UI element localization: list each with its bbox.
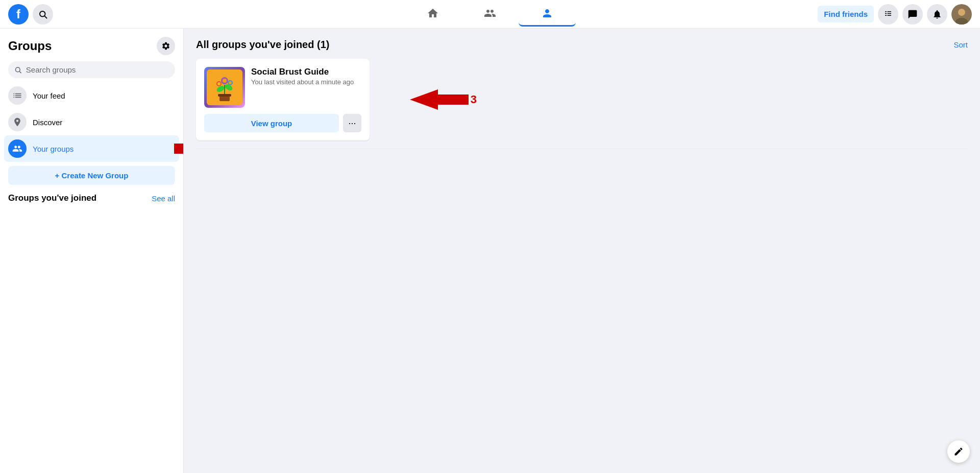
group-card: Social Brust Guide You last visited abou… xyxy=(196,59,370,140)
svg-marker-7 xyxy=(174,138,184,159)
svg-rect-10 xyxy=(218,94,231,97)
content-divider xyxy=(196,149,968,149)
your-feed-icon xyxy=(8,86,27,105)
group-name: Social Brust Guide xyxy=(251,67,361,77)
messenger-button[interactable] xyxy=(902,4,923,25)
gear-settings-button[interactable] xyxy=(157,37,175,55)
svg-point-17 xyxy=(217,82,220,85)
group-card-actions: View group ··· xyxy=(204,114,361,132)
all-groups-header: All groups you've joined (1) Sort xyxy=(196,39,968,51)
facebook-logo[interactable]: f xyxy=(8,4,29,25)
group-thumbnail xyxy=(204,67,245,108)
all-groups-title: All groups you've joined (1) xyxy=(196,39,329,51)
sidebar-title: Groups xyxy=(8,39,52,53)
more-options-button[interactable]: ··· xyxy=(343,114,361,132)
sidebar-header: Groups xyxy=(4,35,179,59)
your-groups-icon xyxy=(8,139,27,158)
create-group-label: + Create New Group xyxy=(55,171,129,180)
search-groups-input[interactable] xyxy=(26,65,169,74)
group-meta: You last visited about a minute ago xyxy=(251,78,361,86)
nav-friends-button[interactable] xyxy=(461,2,519,27)
sort-button[interactable]: Sort xyxy=(953,40,968,49)
svg-line-6 xyxy=(19,71,21,73)
groups-joined-header: Groups you've joined See all xyxy=(4,189,179,207)
nav-home-button[interactable] xyxy=(404,2,461,27)
your-feed-label: Your feed xyxy=(33,91,65,100)
topnav-center xyxy=(329,2,650,27)
top-navigation: f Find friends xyxy=(0,0,980,29)
compose-button[interactable] xyxy=(947,440,970,463)
groups-joined-title: Groups you've joined xyxy=(8,193,96,203)
topnav-right: Find friends xyxy=(651,4,972,25)
view-group-button[interactable]: View group xyxy=(204,114,339,132)
discover-label: Discover xyxy=(33,118,62,127)
see-all-link[interactable]: See all xyxy=(152,194,175,203)
search-groups-bar xyxy=(8,61,175,78)
svg-point-15 xyxy=(223,79,227,83)
sidebar-item-your-groups[interactable]: Your groups 2 xyxy=(4,135,179,162)
find-friends-button[interactable]: Find friends xyxy=(818,6,874,22)
group-card-inner: Social Brust Guide You last visited abou… xyxy=(204,67,361,108)
nav-groups-button[interactable] xyxy=(519,2,576,27)
svg-line-1 xyxy=(44,16,46,18)
main-content: All groups you've joined (1) Sort xyxy=(184,29,980,473)
your-groups-label: Your groups xyxy=(33,145,74,153)
notifications-button[interactable] xyxy=(927,4,947,25)
sidebar: Groups Your feed Discover xyxy=(0,29,184,473)
svg-marker-20 xyxy=(410,89,469,110)
create-group-button[interactable]: + Create New Group xyxy=(8,166,175,185)
page-layout: Groups Your feed Discover xyxy=(0,29,980,473)
svg-point-19 xyxy=(229,81,232,84)
user-avatar[interactable] xyxy=(951,4,972,25)
svg-point-5 xyxy=(15,67,20,72)
discover-icon xyxy=(8,113,27,131)
topnav-left: f xyxy=(8,4,329,25)
annotation-3-label: 3 xyxy=(471,93,477,106)
svg-point-3 xyxy=(958,9,965,16)
sidebar-item-discover[interactable]: Discover xyxy=(4,109,179,135)
grid-menu-button[interactable] xyxy=(878,4,898,25)
group-info: Social Brust Guide You last visited abou… xyxy=(251,67,361,86)
sidebar-item-your-feed[interactable]: Your feed xyxy=(4,82,179,109)
topnav-search-button[interactable] xyxy=(33,4,53,25)
